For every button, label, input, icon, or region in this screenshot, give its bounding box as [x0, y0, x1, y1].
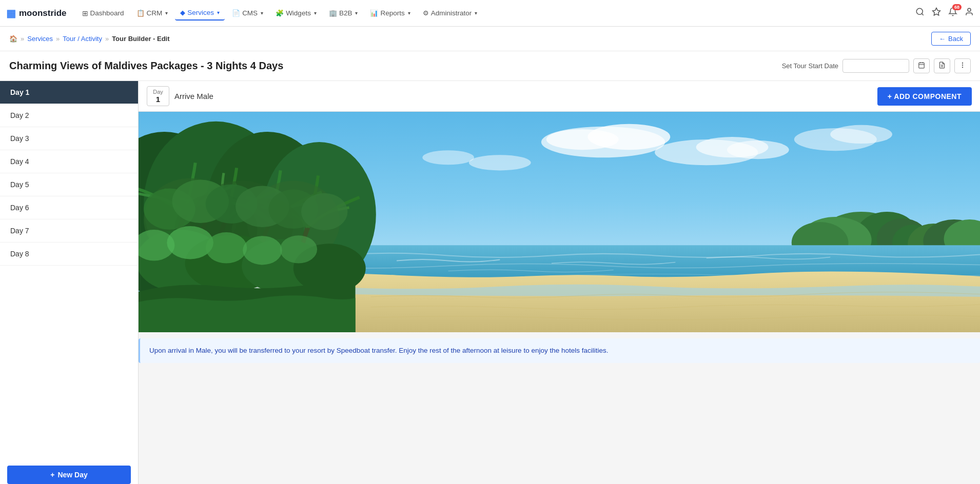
- svg-point-22: [469, 155, 531, 170]
- nav-b2b[interactable]: 🏢 B2B ▾: [324, 6, 363, 20]
- search-button[interactable]: [915, 7, 925, 19]
- more-options-button[interactable]: [954, 58, 971, 73]
- notification-badge: 68: [952, 4, 962, 10]
- nav-services[interactable]: ◆ Services ▾: [175, 6, 225, 21]
- reports-icon: 📊: [370, 9, 378, 17]
- day-content-title: Arrive Male: [174, 92, 213, 100]
- nav-widgets[interactable]: 🧩 Widgets ▾: [270, 6, 322, 20]
- sidebar-item-day1[interactable]: Day 1: [0, 81, 138, 104]
- day-hero-image: [139, 112, 980, 332]
- svg-point-10: [962, 63, 963, 63]
- nav-dashboard[interactable]: ⊞ Dashboard: [77, 6, 129, 21]
- sidebar-item-day5[interactable]: Day 5: [0, 173, 138, 196]
- back-arrow-icon: ←: [939, 35, 946, 43]
- svg-point-21: [830, 125, 892, 144]
- svg-point-19: [727, 140, 789, 159]
- tour-title: Charming Views of Maldives Packages - 3 …: [9, 60, 283, 72]
- sidebar-item-day4[interactable]: Day 4: [0, 150, 138, 173]
- crm-icon: 📋: [136, 9, 145, 17]
- user-menu-button[interactable]: [965, 7, 974, 19]
- set-tour-date-label: Set Tour Start Date: [782, 62, 838, 70]
- sidebar-item-day2[interactable]: Day 2: [0, 104, 138, 127]
- svg-point-23: [422, 150, 474, 165]
- crm-caret-icon: ▾: [165, 10, 168, 16]
- brand-name: moonstride: [19, 8, 67, 18]
- plus-icon: +: [50, 471, 54, 479]
- brand-logo[interactable]: ▦ moonstride: [6, 7, 67, 19]
- new-day-label: New Day: [57, 471, 87, 479]
- admin-icon: ⚙: [423, 9, 429, 17]
- cms-caret-icon: ▾: [261, 10, 263, 16]
- day-badge-number: 1: [152, 95, 164, 104]
- favorites-button[interactable]: [932, 7, 941, 19]
- cms-icon: 📄: [232, 9, 240, 17]
- tour-start-date-input[interactable]: [842, 59, 909, 73]
- nav-crm[interactable]: 📋 CRM ▾: [131, 6, 173, 20]
- svg-point-12: [962, 67, 963, 68]
- widgets-caret-icon: ▾: [314, 10, 317, 16]
- b2b-icon: 🏢: [329, 9, 337, 17]
- svg-point-11: [962, 65, 963, 65]
- notifications-button[interactable]: 68: [948, 7, 957, 19]
- new-day-button[interactable]: + New Day: [7, 466, 131, 484]
- tour-header-actions: Set Tour Start Date: [782, 58, 971, 73]
- sidebar-item-day6[interactable]: Day 6: [0, 196, 138, 219]
- breadcrumb: 🏠 » Services » Tour / Activity » Tour Bu…: [0, 27, 980, 51]
- sidebar-item-day3[interactable]: Day 3: [0, 127, 138, 150]
- svg-point-57: [280, 235, 317, 263]
- breadcrumb-services[interactable]: Services: [27, 35, 53, 43]
- services-caret-icon: ▾: [217, 10, 220, 15]
- svg-marker-2: [933, 8, 940, 15]
- content-header: Day 1 Arrive Male + ADD COMPONENT: [139, 81, 980, 112]
- main-layout: Day 1 Day 2 Day 3 Day 4 Day 5 Day 6 Day …: [0, 81, 980, 484]
- nav-icons-group: 68: [915, 7, 974, 19]
- day-badge-label: Day: [152, 89, 164, 95]
- svg-point-48: [301, 193, 348, 230]
- beach-scene-svg: [139, 112, 980, 332]
- svg-point-16: [546, 129, 619, 150]
- svg-point-54: [167, 226, 213, 259]
- tour-header: Charming Views of Maldives Packages - 3 …: [0, 51, 980, 81]
- reports-caret-icon: ▾: [408, 10, 410, 16]
- svg-rect-4: [919, 63, 925, 68]
- widgets-icon: 🧩: [276, 9, 284, 17]
- back-button[interactable]: ← Back: [931, 32, 971, 46]
- calendar-icon-button[interactable]: [913, 58, 930, 73]
- breadcrumb-current: Tour Builder - Edit: [112, 35, 169, 43]
- svg-point-56: [243, 236, 282, 265]
- sidebar-item-day7[interactable]: Day 7: [0, 219, 138, 243]
- services-icon: ◆: [180, 9, 185, 16]
- dashboard-icon: ⊞: [82, 9, 88, 17]
- admin-caret-icon: ▾: [475, 10, 477, 16]
- nav-cms[interactable]: 📄 CMS ▾: [227, 6, 268, 20]
- svg-point-3: [968, 8, 971, 11]
- svg-line-1: [922, 13, 923, 15]
- days-sidebar: Day 1 Day 2 Day 3 Day 4 Day 5 Day 6 Day …: [0, 81, 139, 484]
- nav-reports[interactable]: 📊 Reports ▾: [365, 6, 415, 20]
- home-icon: 🏠: [9, 35, 17, 43]
- b2b-caret-icon: ▾: [355, 10, 358, 16]
- nav-administrator[interactable]: ⚙ Administrator ▾: [418, 6, 483, 20]
- top-navigation: ▦ moonstride ⊞ Dashboard 📋 CRM ▾ ◆ Servi…: [0, 0, 980, 27]
- day-description: Upon arrival in Male, you will be transf…: [139, 338, 980, 363]
- svg-point-0: [916, 8, 923, 14]
- breadcrumb-tour-activity[interactable]: Tour / Activity: [63, 35, 102, 43]
- sidebar-item-day8[interactable]: Day 8: [0, 243, 138, 266]
- export-icon-button[interactable]: [934, 58, 950, 73]
- day-badge: Day 1: [147, 86, 169, 106]
- content-area: Day 1 Arrive Male + ADD COMPONENT: [139, 81, 980, 484]
- add-component-button[interactable]: + ADD COMPONENT: [877, 87, 972, 106]
- brand-icon: ▦: [6, 7, 16, 19]
- svg-point-55: [206, 232, 247, 263]
